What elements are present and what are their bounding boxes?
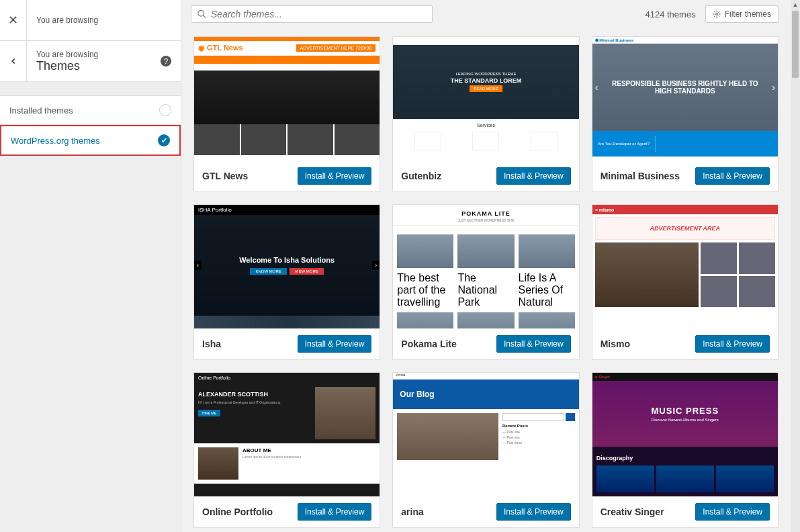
theme-name: Minimal Business — [601, 171, 680, 181]
scroll-up-icon[interactable]: ▲ — [791, 0, 800, 9]
theme-name: GTL News — [202, 171, 248, 181]
theme-thumbnail: Arina Our Blog Recent Posts— Post one— P… — [393, 373, 578, 496]
install-preview-button[interactable]: Install & Preview — [496, 335, 571, 353]
theme-name: Creativ Singer — [601, 506, 664, 517]
svg-point-0 — [198, 10, 204, 16]
theme-grid: ◉ GTL NewsADVERTISEMENT HERE 728X90 GTL … — [181, 28, 791, 532]
filter-label: WordPress.org themes — [11, 136, 100, 146]
theme-name: Gutenbiz — [401, 171, 441, 181]
filter-themes-button[interactable]: Filter themes — [705, 5, 779, 23]
theme-card[interactable]: POKAMA LITE JUST ANOTHER WORDPRESS SITE … — [392, 204, 579, 360]
theme-thumbnail: ⬢ Minimal Business ‹RESPONSIBLE BUSINESS… — [592, 37, 778, 161]
install-preview-button[interactable]: Install & Preview — [298, 167, 372, 185]
theme-thumbnail: ≡ mismo ADVERTISEMENT AREA — [592, 205, 778, 328]
sidebar: ✕ You are browsing You are browsing Them… — [0, 0, 181, 532]
browsing-label-2: You are browsing — [36, 50, 98, 59]
theme-name: Isha — [202, 339, 221, 349]
gear-icon — [713, 10, 721, 18]
radio-unchecked-icon — [159, 104, 171, 116]
browsing-label: You are browsing — [36, 15, 98, 25]
search-icon — [197, 9, 207, 19]
theme-thumbnail: ● Singer MUSIC PRESSDiscover Newest Albu… — [592, 373, 778, 496]
theme-thumbnail: Online Portfolio ALEXANDER SCOTTISHHi! I… — [194, 373, 380, 496]
theme-thumbnail: POKAMA LITE JUST ANOTHER WORDPRESS SITE … — [393, 205, 578, 328]
filter-installed-themes[interactable]: Installed themes — [0, 95, 181, 125]
theme-card[interactable]: ◉ GTL NewsADVERTISEMENT HERE 728X90 GTL … — [193, 36, 380, 192]
radio-checked-icon: ✔ — [158, 134, 170, 146]
theme-card[interactable]: LEADING WORDPRESS THEMETHE STANDARD LORE… — [392, 36, 579, 192]
theme-name: Mismo — [601, 339, 630, 349]
filter-label: Installed themes — [9, 105, 73, 116]
theme-name: arina — [401, 506, 423, 517]
install-preview-button[interactable]: Install & Preview — [496, 503, 571, 521]
svg-point-2 — [715, 13, 717, 15]
theme-card[interactable]: ● Singer MUSIC PRESSDiscover Newest Albu… — [592, 372, 779, 528]
install-preview-button[interactable]: Install & Preview — [695, 167, 770, 185]
theme-thumbnail: LEADING WORDPRESS THEMETHE STANDARD LORE… — [393, 37, 578, 161]
theme-count: 4124 themes — [645, 9, 695, 19]
back-button[interactable] — [0, 41, 27, 81]
help-icon[interactable]: ? — [161, 56, 171, 66]
search-input[interactable] — [211, 9, 427, 19]
top-bar: 4124 themes Filter themes — [181, 0, 791, 28]
theme-name: Pokama Lite — [401, 339, 456, 349]
scrollbar[interactable]: ▲ — [791, 0, 800, 532]
install-preview-button[interactable]: Install & Preview — [496, 167, 571, 185]
theme-thumbnail: ◉ GTL NewsADVERTISEMENT HERE 728X90 — [194, 37, 380, 161]
main-panel: 4124 themes Filter themes ◉ GTL NewsADVE… — [181, 0, 791, 532]
filter-wordpress-org-themes[interactable]: WordPress.org themes ✔ — [0, 125, 181, 156]
theme-card[interactable]: ISHA Portfolio ‹Welcome To Isha Solution… — [193, 204, 380, 360]
install-preview-button[interactable]: Install & Preview — [298, 503, 372, 521]
scroll-thumb[interactable] — [792, 11, 799, 78]
sidebar-header: ✕ You are browsing — [0, 0, 181, 41]
filter-list: Installed themes WordPress.org themes ✔ — [0, 95, 181, 156]
search-wrapper[interactable] — [191, 5, 433, 23]
theme-name: Online Portfolio — [202, 506, 273, 517]
theme-card[interactable]: Online Portfolio ALEXANDER SCOTTISHHi! I… — [193, 372, 380, 528]
theme-card[interactable]: Arina Our Blog Recent Posts— Post one— P… — [392, 372, 579, 528]
svg-line-1 — [203, 15, 206, 18]
panel-title: Themes — [36, 59, 98, 73]
install-preview-button[interactable]: Install & Preview — [695, 335, 770, 353]
install-preview-button[interactable]: Install & Preview — [695, 503, 770, 521]
filter-button-label: Filter themes — [725, 9, 771, 19]
theme-card[interactable]: ⬢ Minimal Business ‹RESPONSIBLE BUSINESS… — [592, 36, 779, 192]
install-preview-button[interactable]: Install & Preview — [298, 335, 372, 353]
close-button[interactable]: ✕ — [0, 0, 27, 40]
theme-thumbnail: ISHA Portfolio ‹Welcome To Isha Solution… — [194, 205, 380, 328]
theme-card[interactable]: ≡ mismo ADVERTISEMENT AREA Mismo Install… — [592, 204, 779, 360]
